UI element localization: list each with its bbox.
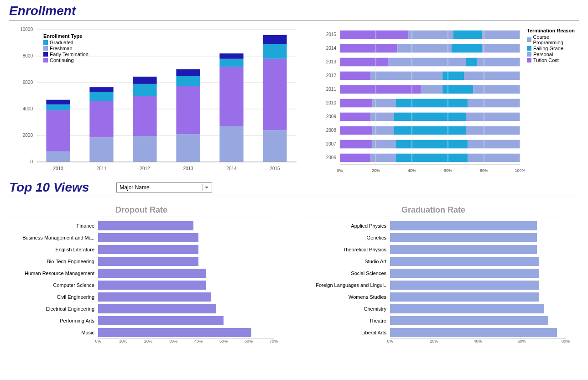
- svg-text:2010: 2010: [326, 100, 337, 105]
- svg-rect-33: [219, 67, 243, 126]
- dropout-title: Dropout Rate: [9, 205, 274, 217]
- svg-rect-25: [133, 77, 156, 84]
- hbar-row: Studio Art: [301, 255, 566, 267]
- svg-rect-24: [133, 84, 156, 96]
- svg-text:60%: 60%: [444, 168, 452, 173]
- hbar-row: Social Sciences: [301, 267, 566, 279]
- svg-rect-59: [370, 72, 442, 80]
- svg-text:10000: 10000: [20, 27, 33, 32]
- hbar-bar: [390, 328, 557, 337]
- hbar-bar: [98, 221, 193, 230]
- svg-rect-58: [340, 72, 370, 80]
- hbar-label: Bio-Tech Engineering: [9, 259, 98, 264]
- hbar-row: Bio-Tech Engineering: [9, 255, 274, 267]
- svg-text:2013: 2013: [183, 166, 193, 171]
- hbar-label: Liberal Arts: [301, 330, 390, 335]
- svg-rect-37: [263, 130, 286, 162]
- svg-rect-45: [453, 31, 482, 39]
- enrollment-stacked-chart: 0200040006000800010000201020112012201320…: [9, 25, 301, 176]
- hbar-row: Theoretical Physics: [301, 244, 566, 255]
- svg-text:80%: 80%: [480, 168, 488, 173]
- hbar-track: [98, 255, 274, 267]
- legend-item: Continuing: [43, 57, 88, 63]
- svg-text:4000: 4000: [23, 106, 33, 111]
- svg-rect-29: [176, 76, 200, 86]
- svg-rect-32: [219, 126, 243, 162]
- legend-item: Tution Cost: [527, 57, 579, 63]
- svg-rect-15: [46, 100, 70, 104]
- legend-item: Personal: [527, 52, 579, 57]
- axis-tick: 60%: [518, 339, 526, 344]
- hbar-bar: [390, 245, 537, 254]
- major-name-dropdown[interactable]: Major Name: [116, 182, 212, 193]
- svg-rect-80: [394, 126, 466, 135]
- chevron-down-icon: [203, 184, 210, 191]
- hbar-row: Genetics: [301, 232, 566, 244]
- hbar-label: Computer Science: [9, 282, 98, 288]
- svg-rect-85: [395, 140, 468, 149]
- legend-label: Failing Grade: [533, 46, 563, 51]
- axis-tick: 60%: [245, 339, 253, 344]
- svg-rect-44: [408, 31, 453, 39]
- hbar-label: Theoretical Physics: [301, 247, 390, 252]
- termination-legend: Termination Reason Course ProgrammingFai…: [527, 28, 579, 63]
- svg-rect-20: [89, 87, 113, 92]
- axis-tick: 0%: [387, 339, 393, 344]
- legend-swatch: [43, 58, 48, 62]
- svg-text:2011: 2011: [326, 87, 337, 92]
- hbar-row: Applied Physics: [301, 220, 566, 232]
- svg-rect-89: [370, 154, 395, 162]
- svg-text:2012: 2012: [140, 166, 150, 171]
- legend-label: Personal: [533, 52, 553, 57]
- svg-rect-64: [421, 85, 442, 94]
- hbar-track: [98, 303, 274, 315]
- legend-swatch: [43, 52, 48, 57]
- svg-rect-35: [219, 53, 243, 59]
- hbar-row: Business Management and Ma..: [9, 232, 274, 244]
- hbar-row: Finance: [9, 220, 274, 232]
- svg-rect-75: [394, 113, 466, 121]
- svg-rect-30: [176, 69, 200, 76]
- hbar-row: Foreign Languages and Lingui..: [301, 279, 566, 291]
- svg-rect-40: [263, 35, 286, 44]
- legend-item: Freshman: [43, 46, 88, 51]
- axis-tick: 20%: [430, 339, 438, 344]
- svg-text:2007: 2007: [326, 141, 337, 146]
- legend-swatch: [527, 52, 531, 57]
- svg-rect-17: [89, 137, 113, 162]
- dropdown-selected: Major Name: [120, 184, 149, 191]
- svg-text:2015: 2015: [326, 32, 337, 37]
- svg-rect-55: [466, 58, 477, 67]
- svg-rect-76: [466, 113, 520, 121]
- legend-title: Enrollment Type: [43, 33, 88, 39]
- svg-text:2011: 2011: [96, 166, 107, 171]
- svg-rect-22: [133, 136, 156, 162]
- legend-item: Early Termination: [43, 52, 88, 57]
- legend-label: Continuing: [50, 57, 74, 63]
- hbar-row: Chemistry: [301, 303, 566, 315]
- hbar-label: Foreign Languages and Lingui..: [301, 282, 390, 288]
- svg-rect-13: [46, 110, 70, 151]
- enrollment-title: Enrollment: [9, 0, 579, 21]
- svg-rect-54: [389, 58, 466, 67]
- hbar-track: [98, 327, 274, 338]
- legend-item: Failing Grade: [527, 46, 579, 51]
- svg-text:2009: 2009: [326, 114, 337, 119]
- hbar-row: Electrical Engineering: [9, 303, 274, 315]
- svg-rect-60: [442, 72, 464, 80]
- hbar-label: Civil Engineering: [9, 294, 98, 300]
- svg-text:2012: 2012: [326, 73, 337, 78]
- svg-rect-51: [482, 44, 520, 53]
- svg-rect-86: [468, 140, 520, 149]
- hbar-label: Electrical Engineering: [9, 306, 98, 312]
- legend-swatch: [43, 46, 48, 51]
- hbar-label: Theatre: [301, 318, 390, 323]
- svg-rect-66: [473, 85, 520, 94]
- hbar-bar: [98, 328, 251, 337]
- axis-tick: 0%: [95, 339, 101, 344]
- hbar-bar: [98, 233, 198, 242]
- svg-rect-39: [263, 44, 286, 59]
- svg-rect-28: [176, 86, 200, 134]
- hbar-track: [98, 220, 274, 232]
- hbar-track: [390, 291, 566, 303]
